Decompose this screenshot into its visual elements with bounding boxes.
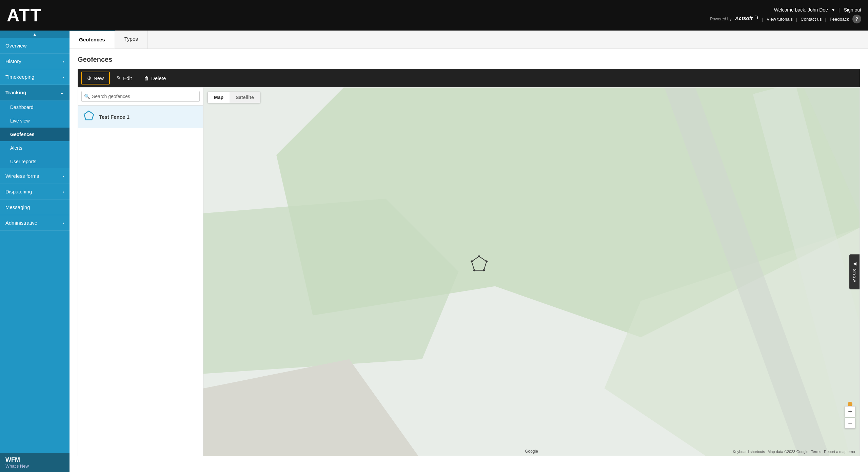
sidebar-subitem-dashboard[interactable]: Dashboard [0, 100, 70, 114]
sidebar-subitem-geofences[interactable]: Geofences [0, 128, 70, 141]
sign-out-link[interactable]: Sign out [844, 7, 861, 13]
header-divider-1: | [839, 7, 840, 13]
page-content: Geofences ⊕ New ✎ Edit 🗑 Delete [70, 49, 868, 472]
chevron-right-icon: › [62, 173, 64, 179]
sidebar-item-messaging[interactable]: Messaging [0, 200, 70, 215]
list-item[interactable]: Test Fence 1 [78, 106, 203, 128]
delete-button[interactable]: 🗑 Delete [139, 73, 171, 84]
svg-point-12 [486, 260, 488, 262]
terms-link[interactable]: Terms [811, 450, 821, 454]
contact-us-link[interactable]: Contact us [801, 17, 822, 22]
sidebar-subitem-label: Geofences [10, 132, 35, 137]
page-title: Geofences [78, 56, 860, 63]
search-icon: 🔍 [84, 94, 90, 99]
geofence-main: 🔍 Test Fence 1 [78, 87, 860, 456]
zoom-out-button[interactable]: − [845, 418, 855, 429]
show-panel-button[interactable]: ◀ Show [849, 254, 860, 289]
sidebar-item-label: Timekeeping [5, 74, 34, 80]
sidebar-item-label: Tracking [5, 90, 26, 95]
keyboard-shortcuts-link[interactable]: Keyboard shortcuts [733, 450, 765, 454]
header-bottom-row: Powered by Actsoft | View tutorials | Co… [710, 15, 861, 23]
search-input[interactable] [81, 91, 200, 102]
header-divider-3: | [796, 17, 797, 22]
new-button[interactable]: ⊕ New [81, 72, 110, 84]
header-divider-2: | [762, 17, 763, 22]
geofence-name: Test Fence 1 [99, 114, 130, 120]
new-icon: ⊕ [87, 75, 92, 81]
welcome-text: Welcome back, John Doe [774, 7, 828, 13]
powered-by-text: Powered by [710, 17, 731, 21]
edit-icon: ✎ [117, 75, 121, 81]
sidebar-item-label: Wireless forms [5, 173, 39, 179]
help-button[interactable]: ? [852, 15, 861, 23]
map-toggle-satellite[interactable]: Satellite [230, 92, 260, 103]
sidebar-subitem-label: Alerts [10, 145, 22, 151]
new-label: New [94, 75, 104, 81]
geofence-map-shape [471, 255, 488, 273]
delete-label: Delete [151, 75, 166, 81]
wfm-label: WFM [5, 456, 64, 464]
app-logo: ATT [7, 5, 42, 25]
svg-point-11 [478, 255, 480, 257]
svg-point-16 [848, 402, 852, 407]
sidebar-item-administrative[interactable]: Administrative › [0, 215, 70, 231]
map-controls: + − [845, 406, 855, 429]
chevron-down-icon: ⌄ [60, 90, 64, 95]
svg-point-15 [471, 260, 473, 262]
sidebar-subitem-userreports[interactable]: User reports [0, 155, 70, 168]
sidebar-subitem-alerts[interactable]: Alerts [0, 141, 70, 155]
sidebar-item-tracking[interactable]: Tracking ⌄ [0, 85, 70, 100]
map-view-toggle: Map Satellite [208, 92, 260, 103]
svg-point-13 [483, 269, 485, 271]
geofence-list-items: Test Fence 1 [78, 106, 203, 456]
edit-button[interactable]: ✎ Edit [111, 72, 137, 84]
tab-types[interactable]: Types [115, 31, 148, 49]
search-wrapper: 🔍 [81, 91, 200, 102]
sidebar: ▲ Overview History › Timekeeping › Track… [0, 31, 70, 472]
sidebar-item-label: Messaging [5, 204, 30, 210]
sidebar-subitem-label: User reports [10, 159, 36, 164]
map-attribution: Keyboard shortcuts Map data ©2023 Google… [733, 450, 855, 454]
map-container: Map Satellite + [203, 88, 860, 456]
tab-geofences[interactable]: Geofences [70, 31, 115, 49]
sidebar-footer: WFM What's New [0, 453, 70, 472]
edit-label: Edit [123, 75, 132, 81]
sidebar-item-label: History [5, 58, 21, 64]
svg-text:Actsoft: Actsoft [735, 15, 753, 21]
actsoft-logo: Actsoft [735, 15, 759, 23]
sidebar-scroll-up[interactable]: ▲ [0, 31, 70, 38]
geofence-shape-icon [83, 110, 94, 123]
whats-new-link[interactable]: What's New [5, 464, 64, 469]
tabs-bar: Geofences Types [70, 31, 868, 49]
zoom-in-button[interactable]: + [845, 406, 855, 417]
view-tutorials-link[interactable]: View tutorials [767, 17, 793, 22]
sidebar-item-wirelessforms[interactable]: Wireless forms › [0, 168, 70, 184]
sidebar-item-label: Administrative [5, 220, 37, 226]
header-right: Welcome back, John Doe ▾ | Sign out Powe… [710, 7, 861, 23]
feedback-link[interactable]: Feedback [830, 17, 849, 22]
chevron-right-icon: › [62, 189, 64, 194]
top-header: ATT Welcome back, John Doe ▾ | Sign out … [0, 0, 868, 31]
map-footer-logo: Google [525, 449, 538, 454]
sidebar-item-dispatching[interactable]: Dispatching › [0, 184, 70, 200]
chevron-right-icon: › [62, 220, 64, 226]
svg-point-14 [473, 269, 475, 271]
header-divider-4: | [825, 17, 826, 22]
delete-icon: 🗑 [144, 75, 149, 81]
actsoft-svg-logo: Actsoft [735, 15, 759, 22]
map-toggle-map[interactable]: Map [208, 92, 230, 103]
sidebar-subitem-label: Live view [10, 118, 30, 124]
map-data-text: Map data ©2023 Google [768, 450, 808, 454]
content-area: Geofences Types Geofences ⊕ New ✎ Edit 🗑… [70, 31, 868, 472]
toolbar: ⊕ New ✎ Edit 🗑 Delete [78, 69, 860, 87]
welcome-dropdown-icon[interactable]: ▾ [832, 7, 834, 13]
main-layout: ▲ Overview History › Timekeeping › Track… [0, 31, 868, 472]
sidebar-subitem-liveview[interactable]: Live view [0, 114, 70, 128]
svg-marker-1 [84, 111, 94, 120]
sidebar-item-timekeeping[interactable]: Timekeeping › [0, 69, 70, 85]
sidebar-item-history[interactable]: History › [0, 54, 70, 69]
report-error-link[interactable]: Report a map error [824, 450, 855, 454]
sidebar-item-overview[interactable]: Overview [0, 38, 70, 54]
sidebar-item-label: Overview [5, 43, 27, 49]
svg-marker-10 [472, 256, 487, 270]
